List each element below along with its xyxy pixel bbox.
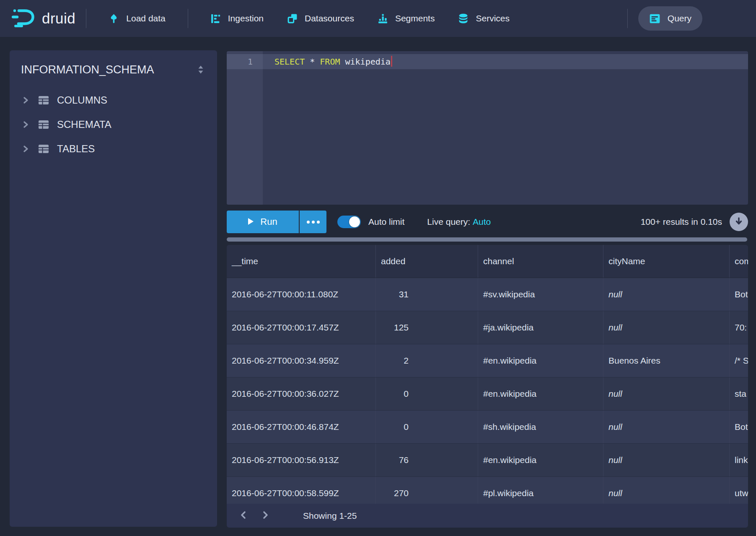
cell-channel[interactable]: #en.wikipedia	[478, 377, 603, 410]
nav-item-datasources[interactable]: Datasources	[281, 6, 360, 31]
druid-console: druid Load data	[0, 0, 756, 536]
cell-comment[interactable]: sta	[730, 377, 748, 410]
nav-item-services[interactable]: Services	[452, 6, 515, 31]
nav-item-label: Query	[668, 13, 691, 23]
line-number: 1	[227, 54, 253, 69]
cell-time[interactable]: 2016-06-27T00:00:34.959Z	[227, 344, 376, 377]
cell-city[interactable]: Buenos Aires	[603, 344, 730, 377]
live-query-value[interactable]: Auto	[473, 217, 491, 226]
cell-added[interactable]: 76	[376, 444, 478, 476]
cell-comment[interactable]: 70:	[730, 311, 748, 344]
cell-channel[interactable]: #en.wikipedia	[478, 344, 603, 377]
results-summary: 100+ results in 0.10s	[641, 217, 722, 227]
nav-item-label: Segments	[395, 13, 435, 23]
cell-time[interactable]: 2016-06-27T00:00:58.599Z	[227, 477, 376, 504]
cell-city[interactable]: null	[603, 411, 730, 443]
nav-item-segments[interactable]: Segments	[372, 6, 441, 31]
download-button[interactable]	[730, 213, 748, 231]
sql-table-name: wikipedia	[345, 57, 390, 67]
chevron-right-icon[interactable]	[21, 120, 30, 130]
cell-added[interactable]: 0	[376, 411, 478, 443]
nav-item-query[interactable]: Query	[638, 6, 702, 31]
ellipsis-icon	[307, 221, 310, 224]
cell-comment[interactable]: Bot	[730, 411, 748, 443]
cell-city[interactable]: null	[603, 444, 730, 476]
table-row: 2016-06-27T00:00:11.080Z 31 #sv.wikipedi…	[227, 278, 748, 311]
cell-comment[interactable]: Bot	[730, 278, 748, 311]
cell-channel[interactable]: #pl.wikipedia	[478, 477, 603, 504]
gantt-chart-icon	[210, 13, 221, 24]
sql-keyword: SELECT	[274, 57, 305, 67]
navbar-divider	[188, 9, 188, 28]
cell-time[interactable]: 2016-06-27T00:00:11.080Z	[227, 278, 376, 311]
column-header-cityname[interactable]: cityName	[603, 245, 730, 278]
cell-added[interactable]: 31	[376, 278, 478, 311]
tree-item-schemata[interactable]: SCHEMATA	[16, 112, 211, 137]
cell-comment[interactable]: link	[730, 444, 748, 476]
chevron-right-icon	[261, 510, 270, 522]
run-button-group: Run	[227, 211, 326, 233]
schema-selector[interactable]: INFORMATION_SCHEMA	[16, 60, 211, 81]
cell-added[interactable]: 2	[376, 344, 478, 377]
cell-added[interactable]: 270	[376, 477, 478, 504]
table-row: 2016-06-27T00:00:36.027Z 0 #en.wikipedia…	[227, 377, 748, 411]
schema-title: INFORMATION_SCHEMA	[21, 63, 154, 76]
cell-channel[interactable]: #sv.wikipedia	[478, 278, 603, 311]
next-page-button[interactable]	[258, 508, 273, 523]
column-header-added[interactable]: added	[376, 245, 478, 278]
nav-item-label: Load data	[126, 13, 165, 23]
horizontal-scrollbar[interactable]	[227, 237, 747, 242]
table-row: 2016-06-27T00:00:17.457Z 125 #ja.wikiped…	[227, 311, 748, 344]
tree-item-tables[interactable]: TABLES	[16, 137, 211, 161]
cell-time[interactable]: 2016-06-27T00:00:36.027Z	[227, 377, 376, 410]
cell-city[interactable]: null	[603, 278, 730, 311]
nav-item-label: Services	[476, 13, 510, 23]
results-panel: __time added channel cityName comment 20…	[227, 245, 748, 528]
column-header-channel[interactable]: channel	[478, 245, 603, 278]
cell-added[interactable]: 0	[376, 377, 478, 410]
auto-limit-toggle[interactable]	[337, 216, 361, 228]
druid-logo-icon	[12, 8, 36, 29]
run-button-label: Run	[260, 216, 277, 227]
cell-comment[interactable]: utw	[730, 477, 748, 504]
tree-item-columns[interactable]: COLUMNS	[16, 88, 211, 112]
sql-editor[interactable]: 1 SELECT*FROMwikipedia	[227, 51, 748, 205]
stacked-squares-icon	[287, 13, 298, 24]
tree-item-label: SCHEMATA	[57, 119, 111, 130]
pagination-bar: Showing 1-25	[227, 504, 748, 528]
toggle-knob	[349, 216, 360, 227]
cell-channel[interactable]: #en.wikipedia	[478, 444, 603, 476]
column-header-comment[interactable]: comment	[730, 245, 748, 278]
chevron-right-icon[interactable]	[21, 95, 30, 105]
upload-icon	[109, 13, 119, 24]
stacked-chart-icon	[378, 13, 388, 24]
cell-channel[interactable]: #sh.wikipedia	[478, 411, 603, 443]
run-more-button[interactable]	[300, 211, 326, 233]
cell-time[interactable]: 2016-06-27T00:00:17.457Z	[227, 311, 376, 344]
cell-city[interactable]: null	[603, 311, 730, 344]
console-icon	[649, 13, 660, 24]
navbar-divider	[627, 9, 628, 28]
chevron-left-icon	[239, 510, 248, 522]
download-icon	[733, 216, 744, 228]
run-button[interactable]: Run	[227, 211, 299, 233]
cell-time[interactable]: 2016-06-27T00:00:46.874Z	[227, 411, 376, 443]
chevron-right-icon[interactable]	[21, 144, 30, 154]
nav-item-load-data[interactable]: Load data	[103, 6, 171, 31]
double-caret-icon[interactable]	[194, 63, 207, 76]
cell-city[interactable]: null	[603, 477, 730, 504]
sql-text[interactable]: SELECT*FROMwikipedia	[274, 54, 392, 69]
cell-comment[interactable]: /* S	[730, 344, 748, 377]
auto-limit-label: Auto limit	[368, 217, 404, 227]
cell-city[interactable]: null	[603, 377, 730, 410]
druid-logo[interactable]: druid	[12, 8, 75, 29]
cell-channel[interactable]: #ja.wikipedia	[478, 311, 603, 344]
query-workbench: 1 SELECT*FROMwikipedia Run	[227, 51, 748, 528]
logo-text: druid	[42, 10, 75, 27]
column-header-time[interactable]: __time	[227, 245, 376, 278]
cell-added[interactable]: 125	[376, 311, 478, 344]
previous-page-button[interactable]	[236, 508, 251, 523]
cell-time[interactable]: 2016-06-27T00:00:56.913Z	[227, 444, 376, 476]
nav-item-ingestion[interactable]: Ingestion	[205, 6, 269, 31]
navbar: druid Load data	[0, 0, 756, 37]
